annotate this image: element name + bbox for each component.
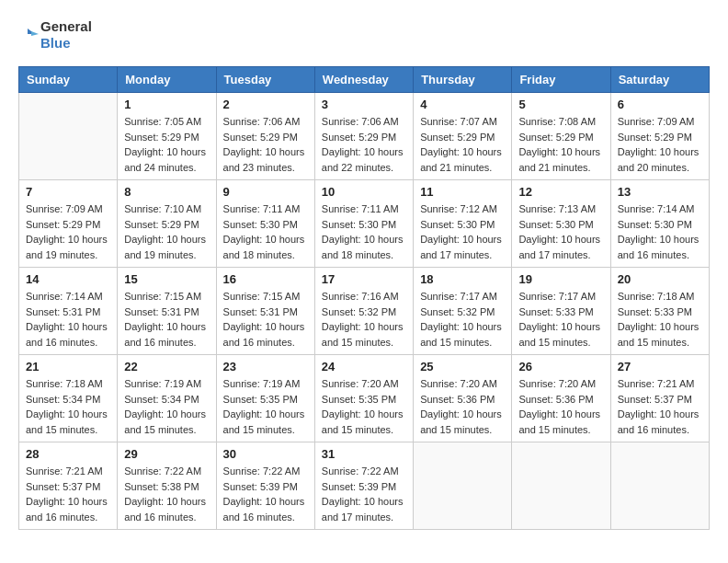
logo-bird-icon bbox=[18, 25, 39, 45]
day-info: Sunrise: 7:20 AM Sunset: 5:36 PM Dayligh… bbox=[420, 376, 505, 437]
day-cell: 11Sunrise: 7:12 AM Sunset: 5:30 PM Dayli… bbox=[414, 180, 512, 268]
day-cell: 7Sunrise: 7:09 AM Sunset: 5:29 PM Daylig… bbox=[19, 180, 118, 268]
logo-blue: Blue bbox=[40, 35, 71, 51]
day-number: 26 bbox=[518, 360, 603, 373]
day-cell: 30Sunrise: 7:22 AM Sunset: 5:39 PM Dayli… bbox=[216, 442, 314, 530]
day-cell: 12Sunrise: 7:13 AM Sunset: 5:30 PM Dayli… bbox=[512, 180, 610, 268]
day-cell: 16Sunrise: 7:15 AM Sunset: 5:31 PM Dayli… bbox=[216, 268, 314, 355]
day-info: Sunrise: 7:21 AM Sunset: 5:37 PM Dayligh… bbox=[26, 464, 110, 524]
day-number: 11 bbox=[420, 185, 505, 199]
day-info: Sunrise: 7:05 AM Sunset: 5:29 PM Dayligh… bbox=[124, 114, 209, 175]
day-cell: 27Sunrise: 7:21 AM Sunset: 5:37 PM Dayli… bbox=[610, 355, 709, 442]
logo: General Blue bbox=[18, 18, 92, 52]
day-number: 1 bbox=[124, 98, 209, 111]
day-number: 19 bbox=[518, 272, 603, 286]
header-cell-monday: Monday bbox=[118, 67, 216, 93]
day-number: 8 bbox=[124, 185, 209, 199]
day-cell: 15Sunrise: 7:15 AM Sunset: 5:31 PM Dayli… bbox=[118, 268, 216, 355]
day-cell: 20Sunrise: 7:18 AM Sunset: 5:33 PM Dayli… bbox=[610, 268, 709, 355]
day-cell: 2Sunrise: 7:06 AM Sunset: 5:29 PM Daylig… bbox=[216, 93, 314, 180]
day-info: Sunrise: 7:06 AM Sunset: 5:29 PM Dayligh… bbox=[223, 114, 308, 175]
page-header: General Blue bbox=[18, 18, 710, 52]
day-info: Sunrise: 7:14 AM Sunset: 5:31 PM Dayligh… bbox=[26, 289, 110, 350]
day-number: 29 bbox=[124, 447, 209, 461]
day-info: Sunrise: 7:11 AM Sunset: 5:30 PM Dayligh… bbox=[223, 201, 308, 262]
header-cell-thursday: Thursday bbox=[414, 67, 512, 93]
logo-container: General Blue bbox=[18, 18, 92, 52]
day-cell: 19Sunrise: 7:17 AM Sunset: 5:33 PM Dayli… bbox=[512, 268, 610, 355]
day-number: 18 bbox=[420, 272, 505, 286]
day-info: Sunrise: 7:20 AM Sunset: 5:35 PM Dayligh… bbox=[322, 376, 406, 437]
day-info: Sunrise: 7:06 AM Sunset: 5:29 PM Dayligh… bbox=[322, 114, 406, 175]
week-row-2: 7Sunrise: 7:09 AM Sunset: 5:29 PM Daylig… bbox=[19, 180, 710, 268]
calendar-table: SundayMondayTuesdayWednesdayThursdayFrid… bbox=[18, 66, 710, 530]
day-number: 2 bbox=[223, 98, 308, 111]
header-cell-saturday: Saturday bbox=[610, 67, 709, 93]
day-cell: 8Sunrise: 7:10 AM Sunset: 5:29 PM Daylig… bbox=[118, 180, 216, 268]
day-info: Sunrise: 7:20 AM Sunset: 5:36 PM Dayligh… bbox=[518, 376, 603, 437]
day-cell: 22Sunrise: 7:19 AM Sunset: 5:34 PM Dayli… bbox=[118, 355, 216, 442]
day-number: 7 bbox=[26, 185, 110, 199]
day-number: 5 bbox=[518, 98, 603, 111]
header-cell-friday: Friday bbox=[512, 67, 610, 93]
day-cell: 25Sunrise: 7:20 AM Sunset: 5:36 PM Dayli… bbox=[414, 355, 512, 442]
day-cell: 18Sunrise: 7:17 AM Sunset: 5:32 PM Dayli… bbox=[414, 268, 512, 355]
day-cell: 17Sunrise: 7:16 AM Sunset: 5:32 PM Dayli… bbox=[314, 268, 413, 355]
day-info: Sunrise: 7:07 AM Sunset: 5:29 PM Dayligh… bbox=[420, 114, 505, 175]
day-info: Sunrise: 7:17 AM Sunset: 5:33 PM Dayligh… bbox=[518, 289, 603, 350]
day-number: 25 bbox=[420, 360, 505, 373]
header-cell-wednesday: Wednesday bbox=[314, 67, 413, 93]
day-number: 23 bbox=[223, 360, 308, 373]
day-number: 4 bbox=[420, 98, 505, 111]
day-number: 6 bbox=[618, 98, 702, 111]
day-cell: 24Sunrise: 7:20 AM Sunset: 5:35 PM Dayli… bbox=[314, 355, 413, 442]
day-cell bbox=[19, 93, 118, 180]
day-info: Sunrise: 7:19 AM Sunset: 5:35 PM Dayligh… bbox=[223, 376, 308, 437]
day-number: 20 bbox=[618, 272, 702, 286]
day-cell: 21Sunrise: 7:18 AM Sunset: 5:34 PM Dayli… bbox=[19, 355, 118, 442]
day-info: Sunrise: 7:11 AM Sunset: 5:30 PM Dayligh… bbox=[322, 201, 406, 262]
day-number: 28 bbox=[26, 447, 110, 461]
day-number: 15 bbox=[124, 272, 209, 286]
day-number: 13 bbox=[618, 185, 702, 199]
day-number: 10 bbox=[322, 185, 406, 199]
svg-marker-1 bbox=[31, 31, 39, 36]
day-info: Sunrise: 7:21 AM Sunset: 5:37 PM Dayligh… bbox=[618, 376, 702, 437]
logo-general: General bbox=[40, 18, 92, 34]
day-cell: 4Sunrise: 7:07 AM Sunset: 5:29 PM Daylig… bbox=[414, 93, 512, 180]
day-cell: 29Sunrise: 7:22 AM Sunset: 5:38 PM Dayli… bbox=[118, 442, 216, 530]
header-row: SundayMondayTuesdayWednesdayThursdayFrid… bbox=[19, 67, 710, 93]
day-number: 14 bbox=[26, 272, 110, 286]
day-cell bbox=[610, 442, 709, 530]
day-info: Sunrise: 7:18 AM Sunset: 5:34 PM Dayligh… bbox=[26, 376, 110, 437]
day-info: Sunrise: 7:10 AM Sunset: 5:29 PM Dayligh… bbox=[124, 201, 209, 262]
day-info: Sunrise: 7:19 AM Sunset: 5:34 PM Dayligh… bbox=[124, 376, 209, 437]
day-number: 17 bbox=[322, 272, 406, 286]
day-number: 16 bbox=[223, 272, 308, 286]
day-info: Sunrise: 7:15 AM Sunset: 5:31 PM Dayligh… bbox=[223, 289, 308, 350]
day-cell: 3Sunrise: 7:06 AM Sunset: 5:29 PM Daylig… bbox=[314, 93, 413, 180]
day-cell: 1Sunrise: 7:05 AM Sunset: 5:29 PM Daylig… bbox=[118, 93, 216, 180]
day-info: Sunrise: 7:22 AM Sunset: 5:39 PM Dayligh… bbox=[223, 464, 308, 524]
header-cell-sunday: Sunday bbox=[19, 67, 118, 93]
day-cell: 10Sunrise: 7:11 AM Sunset: 5:30 PM Dayli… bbox=[314, 180, 413, 268]
calendar-header: SundayMondayTuesdayWednesdayThursdayFrid… bbox=[19, 67, 710, 93]
day-cell: 23Sunrise: 7:19 AM Sunset: 5:35 PM Dayli… bbox=[216, 355, 314, 442]
day-number: 21 bbox=[26, 360, 110, 373]
day-number: 24 bbox=[322, 360, 406, 373]
day-cell: 9Sunrise: 7:11 AM Sunset: 5:30 PM Daylig… bbox=[216, 180, 314, 268]
day-cell: 13Sunrise: 7:14 AM Sunset: 5:30 PM Dayli… bbox=[610, 180, 709, 268]
week-row-3: 14Sunrise: 7:14 AM Sunset: 5:31 PM Dayli… bbox=[19, 268, 710, 355]
day-number: 30 bbox=[223, 447, 308, 461]
calendar-body: 1Sunrise: 7:05 AM Sunset: 5:29 PM Daylig… bbox=[19, 93, 710, 530]
day-cell: 26Sunrise: 7:20 AM Sunset: 5:36 PM Dayli… bbox=[512, 355, 610, 442]
header-cell-tuesday: Tuesday bbox=[216, 67, 314, 93]
week-row-1: 1Sunrise: 7:05 AM Sunset: 5:29 PM Daylig… bbox=[19, 93, 710, 180]
day-info: Sunrise: 7:16 AM Sunset: 5:32 PM Dayligh… bbox=[322, 289, 406, 350]
day-info: Sunrise: 7:13 AM Sunset: 5:30 PM Dayligh… bbox=[518, 201, 603, 262]
day-cell: 31Sunrise: 7:22 AM Sunset: 5:39 PM Dayli… bbox=[314, 442, 413, 530]
day-cell: 5Sunrise: 7:08 AM Sunset: 5:29 PM Daylig… bbox=[512, 93, 610, 180]
day-cell bbox=[512, 442, 610, 530]
day-cell: 14Sunrise: 7:14 AM Sunset: 5:31 PM Dayli… bbox=[19, 268, 118, 355]
week-row-5: 28Sunrise: 7:21 AM Sunset: 5:37 PM Dayli… bbox=[19, 442, 710, 530]
